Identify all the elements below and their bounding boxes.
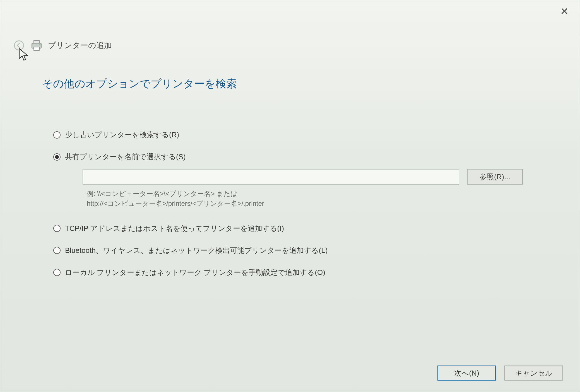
cancel-button[interactable]: キャンセル (504, 366, 563, 381)
radio-older-printer[interactable]: 少し古いプリンターを検索する(R) (53, 130, 552, 140)
shared-printer-path-input[interactable] (83, 169, 459, 185)
wizard-title: プリンターの追加 (48, 40, 112, 51)
options-group: 少し古いプリンターを検索する(R) 共有プリンターを名前で選択する(S) 参照(… (42, 130, 552, 277)
shared-printer-block: 参照(R)... 例: \\<コンピューター名>\<プリンター名> または ht… (53, 169, 552, 209)
wizard-header: プリンターの追加 (0, 39, 580, 52)
radio-label: TCP/IP アドレスまたはホスト名を使ってプリンターを追加する(I) (65, 224, 284, 233)
add-printer-wizard-window: ✕ プリンターの追加 その他のオプションでプリンターを検索 少し古いプリンターを… (0, 0, 580, 392)
radio-label: 共有プリンターを名前で選択する(S) (65, 152, 186, 162)
shared-path-example: 例: \\<コンピューター名>\<プリンター名> または http://<コンピ… (53, 189, 388, 209)
radio-label: Bluetooth、ワイヤレス、またはネットワーク検出可能プリンターを追加する(… (65, 246, 328, 255)
wizard-footer: 次へ(N) キャンセル (437, 366, 563, 381)
example-line: 例: \\<コンピューター名>\<プリンター名> または (87, 189, 388, 199)
radio-label: ローカル プリンターまたはネットワーク プリンターを手動設定で追加する(O) (65, 268, 325, 277)
page-heading: その他のオプションでプリンターを検索 (42, 77, 552, 91)
radio-shared-printer[interactable]: 共有プリンターを名前で選択する(S) (53, 152, 552, 162)
radio-tcpip-printer[interactable]: TCP/IP アドレスまたはホスト名を使ってプリンターを追加する(I) (53, 224, 552, 233)
svg-rect-1 (34, 40, 39, 43)
next-button[interactable]: 次へ(N) (437, 366, 496, 381)
example-line: http://<コンピューター名>/printers/<プリンター名>/.pri… (87, 199, 388, 209)
radio-icon (53, 269, 61, 276)
printer-icon (30, 40, 43, 51)
svg-point-0 (15, 41, 24, 50)
browse-button[interactable]: 参照(R)... (467, 169, 523, 185)
radio-label: 少し古いプリンターを検索する(R) (65, 130, 179, 140)
wizard-content: その他のオプションでプリンターを検索 少し古いプリンターを検索する(R) 共有プ… (0, 52, 580, 392)
titlebar: ✕ (0, 0, 580, 20)
radio-manual-printer[interactable]: ローカル プリンターまたはネットワーク プリンターを手動設定で追加する(O) (53, 268, 552, 277)
radio-icon (53, 247, 61, 254)
radio-icon (53, 131, 61, 139)
close-button[interactable]: ✕ (556, 4, 573, 18)
svg-rect-4 (34, 47, 39, 50)
radio-icon (53, 225, 61, 232)
svg-point-3 (39, 44, 40, 45)
back-arrow-icon[interactable] (13, 39, 25, 52)
shared-path-row: 参照(R)... (53, 169, 552, 185)
radio-wireless-printer[interactable]: Bluetooth、ワイヤレス、またはネットワーク検出可能プリンターを追加する(… (53, 246, 552, 255)
radio-icon (53, 153, 61, 161)
